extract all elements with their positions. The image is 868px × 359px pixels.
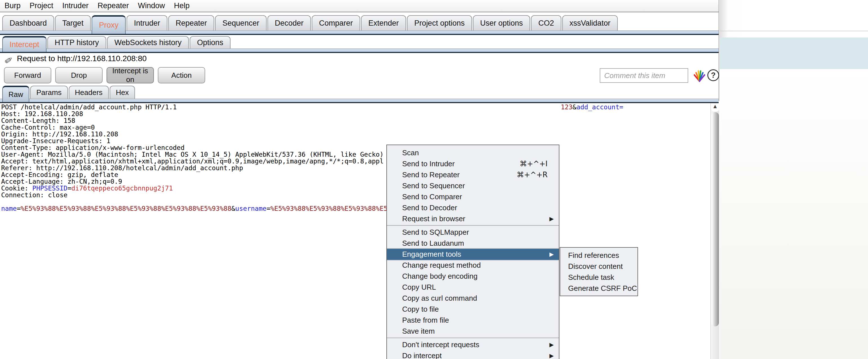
menu-item-change-body-encoding[interactable]: Change body encoding [387, 271, 559, 282]
request-line: Referer: http://192.168.110.208/hotelcal… [1, 165, 710, 171]
proxy-tab-intercept[interactable]: Intercept [2, 36, 46, 52]
request-text-segment: = [267, 205, 271, 212]
menu-item-request-in-browser[interactable]: Request in browser▶ [387, 213, 559, 224]
submenu-item-schedule-task[interactable]: Schedule task [560, 272, 638, 283]
menu-item-label: Send to Decoder [402, 203, 457, 212]
proxy-tab-http-history[interactable]: HTTP history [48, 36, 106, 48]
request-line: User-Agent: Mozilla/5.0 (Macintosh; Inte… [1, 151, 710, 158]
menu-item-label: Don't intercept requests [402, 340, 479, 349]
request-line: Cookie: PHPSESSID=di76tqeppeco65gcbnnpug… [1, 185, 710, 192]
tab-user-options[interactable]: User options [473, 15, 530, 30]
request-text-segment: Accept: text/html,application/xhtml+xml,… [1, 158, 383, 165]
scrollbar-thumb[interactable] [711, 112, 719, 326]
menu-item-label: Save item [402, 327, 435, 335]
menu-item-change-request-method[interactable]: Change request method [387, 260, 559, 271]
submenu-arrow-icon: ▶ [550, 213, 554, 224]
request-line: Host: 192.168.110.208 [1, 110, 710, 117]
menu-item-copy-url[interactable]: Copy URL [387, 282, 559, 293]
request-line: Accept-Language: zh-CN,zh;q=0.9 [1, 178, 710, 185]
menu-item-label: Scan [402, 149, 419, 157]
vertical-scrollbar[interactable]: ▲ [710, 101, 719, 359]
menu-item-label: Request in browser [402, 215, 465, 223]
menu-item-copy-as-curl-command[interactable]: Copy as curl command [387, 293, 559, 304]
menu-item-label: Send to Laudanum [402, 239, 464, 248]
submenu-arrow-icon: ▶ [550, 339, 554, 350]
tab-xssvalidator[interactable]: xssValidator [562, 15, 618, 30]
menubar-item-burp[interactable]: Burp [4, 1, 21, 10]
request-line: Accept-Encoding: gzip, deflate [1, 171, 710, 178]
menu-item-send-to-intruder[interactable]: Send to Intruder⌘+^+I [387, 158, 559, 169]
request-line: Connection: close [1, 192, 710, 198]
submenu-item-generate-csrf-poc[interactable]: Generate CSRF PoC [560, 283, 638, 294]
forward-button[interactable]: Forward [4, 67, 51, 84]
action-button[interactable]: Action [158, 67, 205, 84]
editor-tab-raw[interactable]: Raw [2, 86, 29, 102]
engagement-tools-submenu: Find referencesDiscover contentSchedule … [560, 247, 638, 296]
drop-button[interactable]: Drop [55, 67, 102, 84]
request-text-segment: Cookie: [1, 185, 32, 192]
menubar-item-project[interactable]: Project [30, 1, 53, 10]
intercept-toggle-button[interactable]: Intercept is on [106, 67, 154, 84]
menu-item-shortcut: ⌘+^+R [517, 169, 548, 181]
menu-item-send-to-comparer[interactable]: Send to Comparer [387, 191, 559, 202]
request-line: Content-Type: application/x-www-form-url… [1, 144, 710, 151]
menu-item-send-to-decoder[interactable]: Send to Decoder [387, 202, 559, 213]
tab-proxy[interactable]: Proxy [92, 15, 126, 34]
editor-tab-hex[interactable]: Hex [110, 86, 135, 99]
request-body-fragment: 123&add_account= [561, 104, 623, 110]
menu-separator [387, 225, 559, 226]
tab-repeater[interactable]: Repeater [168, 15, 214, 30]
help-icon[interactable]: ? [707, 69, 719, 81]
tab-comparer[interactable]: Comparer [312, 15, 360, 30]
editor-tab-params[interactable]: Params [30, 86, 68, 99]
request-text-segment: Content-Type: application/x-www-form-url… [1, 144, 185, 151]
menu-item-label: Change request method [402, 261, 481, 269]
request-text-segment: 123 [561, 103, 572, 111]
request-line: name=%E5%93%88%E5%93%88%E5%93%88%E5%93%8… [1, 205, 710, 212]
submenu-item-discover-content[interactable]: Discover content [560, 261, 638, 272]
tab-extender[interactable]: Extender [361, 15, 406, 30]
tab-intruder[interactable]: Intruder [127, 15, 167, 30]
menu-item-engagement-tools[interactable]: Engagement tools▶ [387, 249, 559, 260]
submenu-arrow-icon: ▶ [550, 350, 554, 359]
tab-strip [0, 99, 719, 103]
request-text-segment: Upgrade-Insecure-Requests: 1 [1, 137, 111, 144]
request-text-segment: Referer: http://192.168.110.208/hotelcal… [1, 164, 243, 172]
menu-item-send-to-sqlmapper[interactable]: Send to SQLMapper [387, 227, 559, 238]
request-text-segment: Content-Length: 158 [1, 117, 75, 124]
menu-item-do-intercept[interactable]: Do intercept▶ [387, 350, 559, 359]
menubar-item-help[interactable]: Help [174, 1, 190, 10]
menu-item-copy-to-file[interactable]: Copy to file [387, 304, 559, 315]
tab-project-options[interactable]: Project options [407, 15, 472, 30]
tab-co2[interactable]: CO2 [531, 15, 561, 30]
comment-input[interactable] [600, 68, 688, 83]
menubar-item-repeater[interactable]: Repeater [97, 1, 129, 10]
menu-item-send-to-sequencer[interactable]: Send to Sequencer [387, 181, 559, 191]
menu-item-send-to-laudanum[interactable]: Send to Laudanum [387, 238, 559, 249]
request-text-segment: PHPSESSID [32, 185, 68, 192]
menu-item-scan[interactable]: Scan [387, 148, 559, 158]
menu-item-save-item[interactable]: Save item [387, 326, 559, 337]
menu-item-label: Do intercept [402, 351, 442, 359]
menu-item-label: Send to Comparer [402, 192, 462, 201]
tab-decoder[interactable]: Decoder [268, 15, 311, 30]
main-tab-bar: DashboardTargetProxyIntruderRepeaterSequ… [0, 13, 719, 30]
menu-item-shortcut: ⌘+^+I [520, 158, 548, 169]
menubar-item-intruder[interactable]: Intruder [62, 1, 89, 10]
tab-target[interactable]: Target [55, 15, 91, 30]
editor-tab-headers[interactable]: Headers [69, 86, 109, 99]
menubar-item-window[interactable]: Window [138, 1, 165, 10]
submenu-item-find-references[interactable]: Find references [560, 250, 638, 261]
tab-sequencer[interactable]: Sequencer [215, 15, 267, 30]
request-line: Origin: http://192.168.110.208 [1, 131, 710, 137]
tab-dashboard[interactable]: Dashboard [2, 15, 54, 30]
request-editor[interactable]: POST /hotelcal/admin/add_account.php HTT… [0, 103, 710, 359]
request-text-segment: Connection: close [1, 191, 67, 199]
menu-item-paste-from-file[interactable]: Paste from file [387, 315, 559, 326]
proxy-tab-websockets-history[interactable]: WebSockets history [107, 36, 189, 48]
menu-item-send-to-repeater[interactable]: Send to Repeater⌘+^+R [387, 169, 559, 181]
proxy-tab-options[interactable]: Options [190, 36, 230, 48]
menu-item-don-t-intercept-requests[interactable]: Don't intercept requests▶ [387, 339, 559, 350]
highlight-color-icon[interactable] [693, 69, 706, 82]
menu-separator [387, 337, 559, 338]
